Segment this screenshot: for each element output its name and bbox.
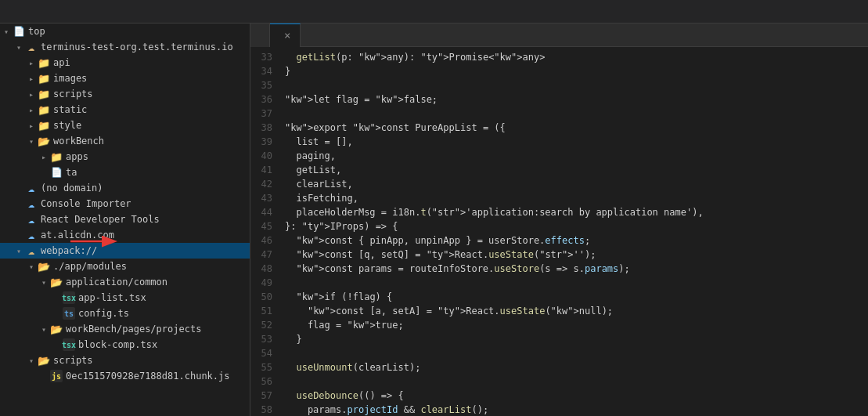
tree-arrow-application-common [38,278,50,287]
tree-item-images[interactable]: 📁images [0,71,250,86]
tree-icon-config-ts: ts [63,307,75,320]
line-number: 48 [250,262,279,276]
tree-icon-apps: 📁 [50,150,63,163]
code-line-35: 35 [250,78,868,92]
tree-item-no-domain[interactable]: ☁(no domain) [0,180,250,196]
code-line-51: 51 "kw">const [a, setA] = "ty">React.use… [250,304,868,318]
tree-item-app-list-tsx[interactable]: tsxapp-list.tsx [0,290,250,306]
line-number: 35 [250,78,279,92]
tree-item-console-importer[interactable]: ☁Console Importer [0,196,250,212]
code-editor[interactable]: 33 getList(p: "kw">any): "ty">Promise<"k… [250,47,868,416]
line-content: "kw">let flag = "kw">false; [279,92,868,107]
line-number: 44 [250,205,279,219]
tree-icon-workbench: 📂 [38,135,50,147]
tree-icon-terminus-test: ☁ [25,41,38,53]
tree-label-app-list-tsx: app-list.tsx [78,292,146,303]
tree-label-api: api [53,57,70,68]
tree-item-app-modules[interactable]: 📂./app/modules [0,259,250,274]
tree-label-workbench-pages-projects: workBench/pages/projects [66,324,201,335]
tree-label-apps: apps [66,151,88,162]
tree-item-workbench-pages-projects[interactable]: 📂workBench/pages/projects [0,321,250,337]
line-number: 39 [250,135,279,149]
line-number: 43 [250,191,279,205]
tree-arrow-terminus-test [13,43,25,52]
tree-label-app-modules: ./app/modules [53,261,127,272]
tree-arrow-scripts [25,90,38,99]
tree-item-top[interactable]: 📄top [0,24,250,39]
tree-label-console-importer: Console Importer [41,198,131,209]
code-line-48: 48 "kw">const params = routeInfoStore.us… [250,262,868,276]
tree-label-config-ts: config.ts [78,308,129,319]
tree-item-api[interactable]: 📁api [0,55,250,71]
code-line-43: 43 isFetching, [250,191,868,205]
code-line-38: 38"kw">export "kw">const PureAppList = (… [250,121,868,135]
line-content: flag = "kw">true; [279,318,868,332]
line-number: 50 [250,290,279,304]
line-content: list = [], [279,135,868,149]
line-number: 54 [250,346,279,360]
tree-label-top: top [28,26,45,37]
line-content: useUnmount(clearList); [279,360,868,374]
filesystem-menu[interactable] [28,9,38,15]
code-line-45: 45}: "ty">IProps) => { [250,219,868,233]
tree-item-config-ts[interactable]: tsconfig.ts [0,306,250,321]
line-number: 47 [250,248,279,262]
line-content: "kw">const [a, setA] = "ty">React.useSta… [279,304,868,318]
tree-label-chunk-js: 0ec151570928e7188d81.chunk.js [66,371,230,382]
tree-item-webpack[interactable]: ☁webpack:// [0,243,250,259]
tab-chunk-js[interactable] [250,24,270,47]
tree-item-static[interactable]: 📁static [0,102,250,118]
line-content: "kw">const params = routeInfoStore.useSt… [279,262,868,276]
tree-label-no-domain: (no domain) [41,183,103,194]
tree-item-apps[interactable]: 📁apps [0,149,250,165]
page-menu[interactable] [6,9,16,15]
tree-label-terminus-test: terminus-test-org.test.terminus.io [41,42,233,52]
line-content: placeHolderMsg = i18n.t("str">'applicati… [279,205,868,219]
content-scripts-menu[interactable] [50,9,59,15]
code-line-54: 54 [250,346,868,360]
line-content: getList(p: "kw">any): "ty">Promise<"kw">… [279,50,868,64]
tree-icon-app-modules: 📂 [38,260,50,273]
tab-app-list-tsx[interactable]: × [270,24,301,47]
tree-item-application-common[interactable]: 📂application/common [0,274,250,290]
tree-icon-react-dev-tools: ☁ [25,213,38,226]
code-line-41: 41 getList, [250,163,868,177]
tree-item-scripts2[interactable]: 📂scripts [0,353,250,368]
tree-arrow-static [25,106,38,114]
code-line-57: 57 useDebounce(() => { [250,389,868,403]
line-number: 58 [250,403,279,416]
tree-label-webpack: webpack:// [41,245,97,256]
tree-item-scripts[interactable]: 📁scripts [0,86,250,102]
tree-icon-scripts2: 📂 [38,354,50,367]
tree-icon-block-comp-tsx: tsx [63,338,75,351]
code-line-46: 46 "kw">const { pinApp, unpinApp } = use… [250,233,868,248]
code-line-56: 56 [250,374,868,389]
tree-label-at-alicdn: at.alicdn.com [41,230,114,241]
line-content: } [279,332,868,346]
tree-icon-webpack: ☁ [25,244,38,257]
code-line-50: 50 "kw">if (!flag) { [250,290,868,304]
tree-item-workbench[interactable]: 📂workBench [0,133,250,149]
tab-close-icon[interactable]: × [284,30,290,41]
line-number: 34 [250,64,279,78]
tree-item-style[interactable]: 📁style [0,118,250,133]
line-number: 56 [250,374,279,389]
tree-item-ta[interactable]: 📄ta [0,165,250,180]
tree-arrow-app-modules [25,262,38,271]
tree-item-block-comp-tsx[interactable]: tsxblock-comp.tsx [0,337,250,353]
line-content: "kw">const { pinApp, unpinApp } = userSt… [279,233,868,248]
code-line-49: 49 [250,276,868,290]
code-line-47: 47 "kw">const [q, setQ] = "ty">React.use… [250,248,868,262]
tree-label-block-comp-tsx: block-comp.tsx [78,339,157,350]
tree-icon-application-common: 📂 [50,276,63,288]
tree-item-chunk-js[interactable]: js0ec151570928e7188d81.chunk.js [0,368,250,384]
tree-icon-images: 📁 [38,72,50,85]
editor-area: × 33 getList(p: "kw">any): "ty">Promise<… [250,24,868,416]
code-line-40: 40 paging, [250,149,868,163]
tree-item-react-dev-tools[interactable]: ☁React Developer Tools [0,212,250,227]
tree-item-at-alicdn[interactable]: ☁at.alicdn.com [0,227,250,243]
line-number: 36 [250,92,279,107]
tree-icon-static: 📁 [38,103,50,116]
tree-item-terminus-test[interactable]: ☁terminus-test-org.test.terminus.io [0,39,250,55]
code-line-36: 36"kw">let flag = "kw">false; [250,92,868,107]
